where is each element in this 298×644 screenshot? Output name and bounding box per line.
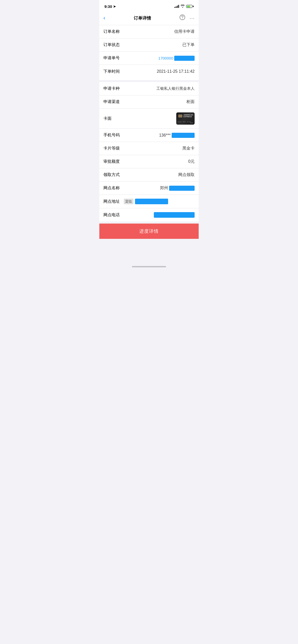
branch-name-row: 网点名称 郑州 [99,182,199,195]
pickup-method-row: 领取方式 网点领取 [99,168,199,182]
application-number-value: 1700000 [124,56,195,61]
progress-detail-button[interactable]: 进度详情 [99,224,199,239]
application-number-label: 申请单号 [103,55,120,61]
phone-number-label: 手机号码 [103,133,120,138]
order-name-label: 订单名称 [103,29,120,34]
order-time-value: 2021-11-25 17:11:42 [124,69,195,74]
application-number-row: 申请单号 1700000 [99,52,199,65]
order-status-row: 订单状态 已下单 [99,38,199,52]
card-type-value: 工银私人银行黑金本人 [124,86,195,91]
branch-phone-label: 网点电话 [103,212,120,218]
card-face-label: 卡面 [103,116,112,121]
branch-phone-value [124,212,195,218]
nav-bar: ‹ 订单详情 ··· [99,11,199,25]
credit-limit-label: 审批额度 [103,159,120,164]
branch-address-value: 定位 [124,199,195,204]
branch-name-label: 网点名称 [103,185,120,191]
credit-limit-row: 审批额度 0元 [99,155,199,168]
svg-point-1 [182,19,183,19]
section-basic-info: 订单名称 信用卡申请 订单状态 已下单 申请单号 1700000 下单时间 20… [99,25,199,78]
status-time: 9:30 ➤ [104,4,116,9]
application-channel-row: 申请渠道 柜面 [99,95,199,109]
order-status-value: 已下单 [124,42,195,48]
branch-address-row: 网点地址 定位 [99,195,199,208]
card-level-value: 黑金卡 [124,146,195,151]
application-channel-value: 柜面 [124,99,195,105]
order-time-row: 下单时间 2021-11-25 17:11:42 [99,65,199,78]
credit-limit-value: 0元 [124,159,195,164]
card-level-row: 卡片等级 黑金卡 [99,142,199,155]
support-icon[interactable] [179,14,185,22]
page-title: 订单详情 [134,15,151,21]
section-divider [99,80,199,82]
order-name-value: 信用卡申请 [124,29,195,34]
pickup-method-value: 网点领取 [124,172,195,178]
card-face-row: 卡面 4101 001 3743 AMERICANEXPRESS tEM [99,109,199,129]
back-chevron-icon: ‹ [103,15,105,21]
back-button[interactable]: ‹ [103,15,105,21]
order-detail-content: 订单名称 信用卡申请 订单状态 已下单 申请单号 1700000 下单时间 20… [99,25,199,222]
card-type-label: 申请卡种 [103,86,120,91]
order-name-row: 订单名称 信用卡申请 [99,25,199,38]
nav-actions: ··· [179,14,195,22]
card-level-label: 卡片等级 [103,146,120,151]
branch-phone-row: 网点电话 [99,208,199,222]
card-thumbnail: 4101 001 3743 AMERICANEXPRESS tEM [176,112,195,125]
wifi-icon [181,4,185,8]
branch-address-label: 网点地址 [103,199,120,204]
order-status-label: 订单状态 [103,42,120,48]
bottom-area [99,239,199,269]
phone-number-row: 手机号码 136*** [99,129,199,142]
status-bar: 9:30 ➤ ⚡ [99,0,199,11]
pickup-method-label: 领取方式 [103,172,120,178]
application-channel-label: 申请渠道 [103,99,120,105]
section-card-info: 申请卡种 工银私人银行黑金本人 申请渠道 柜面 卡面 4101 001 3743… [99,82,199,222]
branch-name-value: 郑州 [124,185,195,191]
status-icons: ⚡ [174,4,194,8]
card-type-row: 申请卡种 工银私人银行黑金本人 [99,82,199,95]
phone-number-value: 136*** [124,133,195,138]
location-icon: ➤ [113,5,116,8]
battery-icon: ⚡ [186,5,194,8]
order-time-label: 下单时间 [103,69,120,74]
signal-icon [174,5,179,8]
more-icon[interactable]: ··· [189,15,195,21]
home-indicator [132,266,166,267]
